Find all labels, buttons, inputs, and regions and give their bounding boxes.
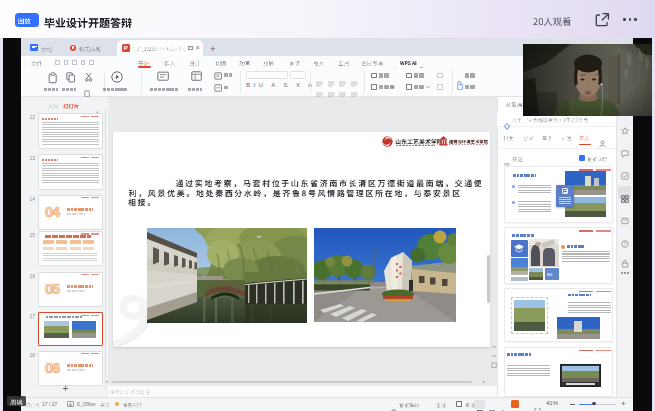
svg-text:?: ? [624,241,627,246]
